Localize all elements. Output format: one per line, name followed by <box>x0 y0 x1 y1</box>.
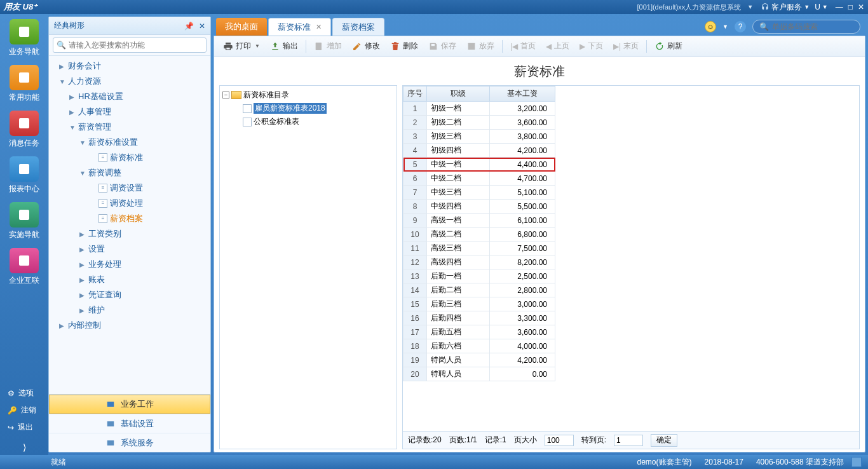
table-row[interactable]: 8中级四档5,500.00 <box>403 200 555 214</box>
tree-item[interactable]: ▼薪资标准设置 <box>49 135 210 150</box>
titlebar-dropdown-icon[interactable]: ▼ <box>747 4 753 10</box>
rail-icon <box>10 156 39 182</box>
table-row[interactable]: 5中级一档4,400.00 <box>403 158 555 172</box>
table-row[interactable]: 11高级三档7,500.00 <box>403 241 555 255</box>
table-row[interactable]: 13后勤一档2,500.00 <box>403 269 555 283</box>
key-icon: 🔑 <box>8 406 17 415</box>
tree-item[interactable]: ▶设置 <box>49 241 210 257</box>
col-salary[interactable]: 基本工资 <box>489 86 555 102</box>
table-row[interactable]: 10高级二档6,800.00 <box>403 228 555 241</box>
tree-item[interactable]: ≡调资设置 <box>49 180 210 196</box>
table-row[interactable]: 4初级四档4,200.00 <box>403 144 555 158</box>
tree-item[interactable]: ▼薪资管理 <box>49 119 210 135</box>
rail-item[interactable]: 实施导航 <box>4 202 44 240</box>
maximize-button[interactable]: □ <box>848 3 853 11</box>
table-row[interactable]: 7中级三档5,100.00 <box>403 186 555 200</box>
content-panel: 打印▼ 输出 增加 修改 删除 保存 放弃 |◀首页 ◀上页 ▶下页 ▶|末页 … <box>214 36 865 452</box>
svg-rect-3 <box>19 164 29 174</box>
sidebar-footer-item[interactable]: 基础设置 <box>49 414 210 433</box>
tree-item[interactable]: ▶内部控制 <box>49 318 210 333</box>
barcode-search: 🔍 <box>752 20 860 34</box>
rail-item[interactable]: 报表中心 <box>4 156 44 194</box>
close-button[interactable]: ✕ <box>858 3 864 11</box>
tree-item[interactable]: ▶HR基础设置 <box>49 89 210 104</box>
rail-item[interactable]: 业务导航 <box>4 19 44 57</box>
rail-bottom-item[interactable]: 🔑注销 <box>0 402 48 419</box>
table-row[interactable]: 2初级二档3,600.00 <box>403 116 555 130</box>
page-size-input[interactable] <box>545 435 574 446</box>
tree-item[interactable]: ▶工资类别 <box>49 226 210 241</box>
tree-item[interactable]: ≡调资处理 <box>49 196 210 211</box>
tree-item[interactable]: ▶人事管理 <box>49 104 210 119</box>
u-menu[interactable]: U ▼ <box>815 3 828 11</box>
toggle-icon: ▶ <box>79 231 87 238</box>
table-row[interactable]: 6中级二档4,700.00 <box>403 172 555 186</box>
sidebar-search-input[interactable] <box>53 37 207 53</box>
rail-bottom-item[interactable]: ↪退出 <box>0 419 48 436</box>
tab-close-icon[interactable]: ✕ <box>316 23 322 31</box>
refresh-icon <box>654 41 665 51</box>
barcode-search-input[interactable] <box>772 22 853 31</box>
minimize-button[interactable]: — <box>836 3 843 11</box>
dir-item[interactable]: 公积金标准表 <box>222 115 394 128</box>
tab-desktop[interactable]: 我的桌面 <box>216 18 267 36</box>
feedback-dropdown-icon[interactable]: ▼ <box>722 24 728 30</box>
tree-item[interactable]: ▶账表 <box>49 272 210 287</box>
svg-rect-7 <box>107 421 114 426</box>
tab-salary-standard[interactable]: 薪资标准✕ <box>268 18 331 36</box>
rail-icon <box>10 202 39 228</box>
tree-item[interactable]: ▶维护 <box>49 302 210 318</box>
tree-item[interactable]: ▶凭证查询 <box>49 287 210 302</box>
prev-page-button: ◀上页 <box>541 38 574 55</box>
table-row[interactable]: 16后勤四档3,300.00 <box>403 311 555 325</box>
sidebar-footer-item[interactable]: 业务工作 <box>49 395 210 414</box>
tree-item[interactable]: ▶财务会计 <box>49 58 210 74</box>
goto-ok-button[interactable]: 确定 <box>651 434 677 447</box>
table-row[interactable]: 18后勤六档4,000.00 <box>403 339 555 353</box>
table-row[interactable]: 3初级三档3,800.00 <box>403 130 555 144</box>
print-button[interactable]: 打印▼ <box>218 38 265 55</box>
col-level[interactable]: 职级 <box>427 86 490 102</box>
table-row[interactable]: 19特岗人员4,200.00 <box>403 353 555 367</box>
pin-icon[interactable]: 📌 <box>184 22 194 31</box>
dir-root[interactable]: − 薪资标准目录 <box>222 88 394 102</box>
delete-button[interactable]: 删除 <box>385 38 423 55</box>
refresh-button[interactable]: 刷新 <box>649 38 688 55</box>
table-row[interactable]: 14后勤二档2,800.00 <box>403 283 555 297</box>
table-row[interactable]: 15后勤三档3,000.00 <box>403 297 555 311</box>
table-row[interactable]: 12高级四档8,200.00 <box>403 255 555 269</box>
file-icon <box>243 104 252 113</box>
tree-item[interactable]: ≡薪资标准 <box>49 150 210 165</box>
goto-page-input[interactable] <box>614 435 643 446</box>
exit-icon: ↪ <box>8 423 14 432</box>
module-icon <box>105 400 116 409</box>
help-icon[interactable]: ? <box>735 21 746 32</box>
sidebar-footer-item[interactable]: 系统服务 <box>49 433 210 452</box>
edit-button[interactable]: 修改 <box>347 38 385 55</box>
rail-item[interactable]: 企业互联 <box>4 248 44 286</box>
rail-collapse-button[interactable]: ⟩ <box>23 442 26 452</box>
customer-service-link[interactable]: 客户服务 ▼ <box>761 2 810 13</box>
sidebar-close-icon[interactable]: ✕ <box>199 22 205 31</box>
feedback-icon[interactable]: ☺ <box>705 21 716 32</box>
rail-item[interactable]: 消息任务 <box>4 111 44 149</box>
tree-item[interactable]: ≡薪资档案 <box>49 211 210 226</box>
tree-item[interactable]: ▼人力资源 <box>49 74 210 89</box>
col-seq[interactable]: 序号 <box>403 86 427 102</box>
table-row[interactable]: 20特聘人员0.00 <box>403 367 555 381</box>
rail-bottom-item[interactable]: ⚙选项 <box>0 384 48 402</box>
tree-item[interactable]: ▶业务处理 <box>49 257 210 272</box>
tab-salary-archive[interactable]: 薪资档案 <box>332 18 384 36</box>
collapse-icon[interactable]: − <box>222 92 229 99</box>
status-badge-icon[interactable] <box>851 457 862 467</box>
table-row[interactable]: 1初级一档3,200.00 <box>403 102 555 116</box>
dir-item[interactable]: 雇员薪资标准表2018 <box>222 102 394 115</box>
tree-item[interactable]: ▼薪资调整 <box>49 165 210 180</box>
rail-item[interactable]: 常用功能 <box>4 65 44 103</box>
output-button[interactable]: 输出 <box>265 38 303 55</box>
toggle-icon: ▶ <box>69 109 77 116</box>
table-row[interactable]: 17后勤五档3,600.00 <box>403 325 555 339</box>
table-row[interactable]: 9高级一档6,100.00 <box>403 214 555 228</box>
toggle-icon: ▶ <box>59 63 67 70</box>
toggle-icon: ▶ <box>69 93 77 100</box>
